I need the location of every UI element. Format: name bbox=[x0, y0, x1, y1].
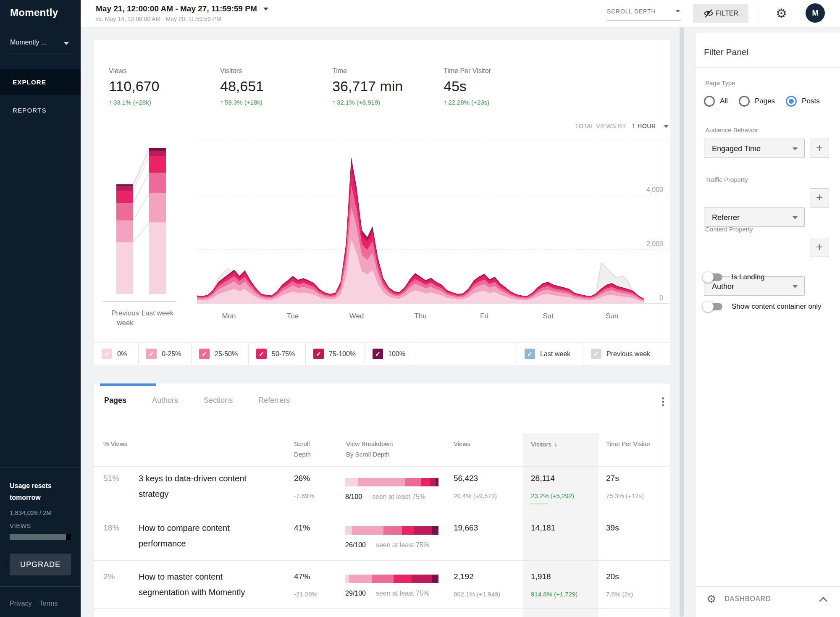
legend-0pct[interactable]: ✓ 0% bbox=[94, 343, 139, 365]
kpi-views-value: 110,670 bbox=[109, 78, 214, 95]
up-arrow-icon: ↑ bbox=[220, 99, 223, 106]
legend-75-100pct[interactable]: ✓ 75-100% bbox=[306, 343, 365, 365]
audience-behavior-add-button[interactable]: + bbox=[810, 139, 829, 158]
user-avatar[interactable]: M bbox=[806, 3, 825, 23]
radio-pages[interactable] bbox=[739, 96, 750, 107]
kpi-time-per-visitor: Time Per Visitor 45s ↑22.28% (+23s) bbox=[444, 67, 549, 106]
active-tab-indicator bbox=[100, 383, 156, 386]
legend-100pct[interactable]: ✓ 100% bbox=[365, 343, 414, 365]
tab-sections[interactable]: Sections bbox=[204, 396, 233, 405]
workspace-selector[interactable]: Momently ... bbox=[10, 39, 71, 53]
svg-text:Previous: Previous bbox=[111, 309, 139, 317]
kpi-visitors-value: 48,651 bbox=[220, 78, 325, 95]
terms-link[interactable]: Terms bbox=[39, 600, 58, 607]
col-header-views[interactable]: Views bbox=[454, 440, 470, 447]
chevron-up-icon[interactable] bbox=[820, 596, 827, 603]
dashboard-button[interactable]: ⚙ DASHBOARD bbox=[706, 591, 771, 606]
row1-title[interactable]: 3 keys to data-driven content strategy bbox=[139, 471, 269, 502]
legend-50-75pct[interactable]: ✓ 50-75% bbox=[249, 343, 306, 365]
content-property-label: Content Property bbox=[705, 226, 753, 233]
topbar: May 21, 12:00:00 AM - May 27, 11:59:59 P… bbox=[81, 0, 840, 27]
filter-panel-title: Filter Panel bbox=[704, 47, 748, 57]
row2-breakdown-bar bbox=[345, 526, 438, 535]
metric-selector-dropdown[interactable]: SCROLL DEPTH bbox=[607, 6, 681, 21]
legend-previous-week[interactable]: ✓ Previous week bbox=[583, 343, 670, 365]
row1-visitors-delta-underline bbox=[530, 503, 548, 504]
sidebar-item-explore[interactable]: EXPLORE bbox=[0, 69, 81, 95]
row1-scroll-delta: -7.69% bbox=[294, 492, 314, 499]
sidebar-divider bbox=[0, 467, 81, 467]
row2-title[interactable]: How to compare content performance bbox=[139, 520, 269, 551]
svg-text:4,000: 4,000 bbox=[646, 186, 663, 193]
audience-behavior-select[interactable]: Engaged Time bbox=[704, 139, 805, 158]
filter-panel-divider bbox=[695, 67, 840, 68]
radio-all-label[interactable]: All bbox=[720, 97, 728, 105]
topbar-separator bbox=[758, 5, 758, 22]
row2-views: 19,663 bbox=[454, 523, 478, 533]
kpi-time-label: Time bbox=[332, 67, 437, 75]
tab-referrers[interactable]: Referrers bbox=[258, 396, 290, 405]
row1-tpv-delta: 75.3% (+12s) bbox=[606, 492, 644, 499]
row3-views-delta: 802.1% (+1,949) bbox=[454, 591, 500, 598]
breakdown-segment-100% bbox=[436, 478, 438, 486]
traffic-property-value: Referrer bbox=[712, 213, 740, 222]
breakdown-segment-25-50% bbox=[372, 575, 394, 583]
tab-authors[interactable]: Authors bbox=[152, 396, 178, 405]
is-landing-toggle[interactable] bbox=[704, 273, 722, 281]
sidebar: Momently Momently ... EXPLORE REPORTS Us… bbox=[0, 0, 81, 617]
checkbox-icon: ✓ bbox=[256, 349, 267, 359]
show-container-toggle-row: Show content container only bbox=[704, 302, 822, 311]
radio-all[interactable] bbox=[704, 96, 715, 107]
row2-scroll-depth: 41% bbox=[294, 523, 310, 533]
svg-text:Thu: Thu bbox=[414, 312, 426, 320]
is-landing-label: Is Landing bbox=[732, 273, 764, 281]
col-header-scroll-depth[interactable]: Scroll Depth bbox=[294, 440, 311, 458]
table-tabs: Pages Authors Sections Referrers bbox=[104, 396, 315, 405]
col-header-view-breakdown[interactable]: View Breakdown By Scroll Depth bbox=[346, 440, 393, 458]
tab-pages[interactable]: Pages bbox=[104, 396, 126, 405]
kpi-views: Views 110,670 ↑33.1% (+28k) bbox=[109, 67, 214, 106]
privacy-link[interactable]: Privacy bbox=[10, 600, 32, 607]
table-menu-kebab-icon[interactable] bbox=[658, 396, 668, 407]
row1-views-delta: 20.4% (+9,573) bbox=[454, 492, 497, 499]
radio-posts[interactable] bbox=[786, 96, 797, 107]
radio-posts-label[interactable]: Posts bbox=[802, 97, 820, 105]
row3-breakdown: 29/100seen at least 75% bbox=[345, 575, 438, 597]
audience-behavior-value: Engaged Time bbox=[712, 144, 761, 153]
show-container-toggle[interactable] bbox=[704, 303, 722, 310]
legend-0-25pct[interactable]: ✓ 0-25% bbox=[139, 343, 192, 365]
up-arrow-icon: ↑ bbox=[332, 99, 336, 106]
radio-pages-label[interactable]: Pages bbox=[755, 97, 775, 105]
col-header-time-per-visitor[interactable]: Time Per Visitor bbox=[606, 440, 651, 447]
vertical-scrollbar[interactable] bbox=[680, 27, 684, 617]
traffic-property-add-button[interactable]: + bbox=[810, 188, 829, 207]
row1-scroll-depth: 26% bbox=[294, 474, 310, 483]
upgrade-button[interactable]: UPGRADE bbox=[10, 554, 71, 575]
kpi-tpv-value: 45s bbox=[444, 78, 549, 95]
col-header-visitors[interactable]: Visitors↓ bbox=[531, 440, 557, 449]
checkbox-icon: ✓ bbox=[102, 349, 112, 359]
usage-count: 1,834,026 / 2M bbox=[10, 509, 52, 516]
filter-button[interactable]: FILTER bbox=[693, 4, 748, 23]
row2-tpv: 39s bbox=[606, 523, 619, 533]
dashboard-label: DASHBOARD bbox=[724, 595, 771, 603]
row3-seen-label: 29/100seen at least 75% bbox=[345, 590, 438, 597]
kpi-views-label: Views bbox=[109, 67, 214, 75]
content-property-add-button[interactable]: + bbox=[810, 238, 829, 257]
row3-title[interactable]: How to master content segmentation with … bbox=[139, 569, 269, 600]
app-root: Momently Momently ... EXPLORE REPORTS Us… bbox=[0, 0, 840, 617]
legend-25-50pct[interactable]: ✓ 25-50% bbox=[192, 343, 249, 365]
checkbox-icon: ✓ bbox=[591, 349, 601, 359]
settings-gear-icon[interactable]: ⚙ bbox=[776, 5, 787, 22]
legend-last-week[interactable]: ✓ Last week bbox=[517, 343, 583, 365]
col-header-pct-views[interactable]: % Views bbox=[103, 440, 127, 447]
row3-visitors-delta: 914.8% (+1,729) bbox=[531, 591, 578, 598]
sidebar-item-reports[interactable]: REPORTS bbox=[0, 97, 81, 123]
kpi-time: Time 36,717 min ↑32.1% (+8,919) bbox=[332, 67, 437, 106]
total-views-area-chart: 02,0004,000MonTueWedThuFriSatSun bbox=[195, 110, 670, 320]
row3-visitors: 1,918 bbox=[531, 572, 551, 581]
chevron-down-icon bbox=[793, 147, 798, 150]
date-range-selector[interactable]: May 21, 12:00:00 AM - May 27, 11:59:59 P… bbox=[96, 4, 268, 13]
audience-behavior-label: Audience Behavior bbox=[705, 126, 758, 134]
traffic-property-select[interactable]: Referrer bbox=[704, 207, 805, 227]
